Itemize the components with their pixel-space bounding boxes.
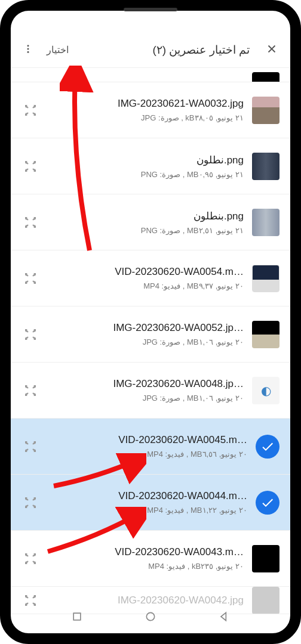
file-meta: ٢٠ يونيو, MB١,٠٦ , صورة: JPG — [48, 338, 244, 346]
file-name: IMG-20230620-WA0042.jpg — [48, 595, 244, 606]
file-meta: ٢١ يونيو, kB٣٨,٠٥ , صورة: JPG — [48, 113, 244, 122]
file-list[interactable]: IMG-20230621-WA0032.jpg٢١ يونيو, kB٣٨,٠٥… — [11, 68, 290, 614]
file-row[interactable]: VID-20230620-WA0054.m…٢٠ يونيو, MB٩,٣٧ ,… — [11, 250, 290, 306]
file-thumbnail[interactable] — [252, 72, 280, 82]
file-row[interactable]: نطلون.png٢١ يونيو, MB٠,٩٥ , صورة: PNG — [11, 138, 290, 194]
expand-icon[interactable] — [22, 215, 39, 230]
expand-icon[interactable] — [22, 383, 39, 398]
file-thumbnail[interactable] — [252, 209, 280, 236]
file-row[interactable]: بنطلون.png٢١ يونيو, MB٢,٥١ , صورة: PNG — [11, 194, 290, 250]
file-thumbnail[interactable] — [252, 321, 280, 348]
file-meta: ٢١ يونيو, MB٢,٥١ , صورة: PNG — [48, 226, 244, 235]
system-navbar — [11, 606, 290, 627]
close-icon[interactable] — [260, 38, 283, 63]
file-info: IMG-20230620-WA0042.jpg — [48, 595, 244, 606]
expand-icon[interactable] — [22, 103, 39, 117]
svg-point-1 — [27, 48, 29, 49]
home-icon[interactable] — [145, 611, 156, 623]
status-bar — [11, 11, 290, 32]
file-info: نطلون.png٢١ يونيو, MB٠,٩٥ , صورة: PNG — [48, 154, 244, 179]
file-info: VID-20230620-WA0043.m…٢٠ يونيو, kB٢٣٥ , … — [48, 546, 244, 571]
expand-icon[interactable] — [22, 593, 39, 608]
file-name: IMG-20230620-WA0052.jp… — [48, 322, 244, 334]
svg-rect-3 — [73, 613, 81, 620]
file-name: بنطلون.png — [48, 210, 244, 222]
check-icon[interactable] — [256, 435, 280, 459]
file-info: VID-20230620-WA0044.m…٢٠ يونيو, MB١,٢٢ ,… — [48, 490, 247, 515]
select-button[interactable]: اختيار — [38, 44, 77, 55]
file-thumbnail[interactable] — [252, 265, 280, 292]
file-name: VID-20230620-WA0043.m… — [48, 546, 244, 558]
file-meta: ٢٠ يونيو, MB٩,٣٧ , فيديو: MP4 — [48, 281, 244, 290]
selection-header: تم اختيار عنصرين (٢) اختيار — [11, 32, 290, 68]
file-thumbnail[interactable] — [252, 153, 280, 180]
svg-point-2 — [27, 51, 29, 52]
file-thumbnail[interactable]: ◐ — [252, 377, 280, 404]
file-name: VID-20230620-WA0044.m… — [48, 490, 247, 502]
file-row[interactable]: ◐IMG-20230620-WA0048.jp…٢٠ يونيو, MB١,٠٦… — [11, 363, 290, 419]
expand-icon[interactable] — [22, 552, 39, 566]
file-meta: ٢٠ يونيو, kB٢٣٥ , فيديو: MP4 — [48, 562, 244, 571]
file-name: نطلون.png — [48, 154, 244, 166]
file-info: VID-20230620-WA0045.m…٢٠ يونيو, MB٦,٥٦ ,… — [48, 434, 247, 459]
file-info: IMG-20230621-WA0032.jpg٢١ يونيو, kB٣٨,٠٥… — [48, 98, 244, 122]
svg-point-4 — [146, 612, 154, 620]
more-icon[interactable] — [18, 39, 38, 61]
file-info: IMG-20230620-WA0048.jp…٢٠ يونيو, MB١,٠٦ … — [48, 378, 244, 402]
expand-icon[interactable] — [22, 159, 39, 174]
back-icon[interactable] — [218, 611, 230, 623]
expand-icon[interactable] — [22, 439, 39, 454]
file-meta: ٢١ يونيو, MB٠,٩٥ , صورة: PNG — [48, 170, 244, 179]
file-thumbnail[interactable] — [252, 545, 280, 572]
check-icon[interactable] — [256, 491, 280, 515]
file-meta: ٢٠ يونيو, MB٦,٥٦ , فيديو: MP4 — [48, 450, 247, 459]
file-row[interactable]: VID-20230620-WA0043.m…٢٠ يونيو, kB٢٣٥ , … — [11, 531, 290, 587]
svg-point-0 — [27, 45, 29, 47]
recent-icon[interactable] — [71, 611, 83, 623]
file-name: IMG-20230620-WA0048.jp… — [48, 378, 244, 390]
file-info: IMG-20230620-WA0052.jp…٢٠ يونيو, MB١,٠٦ … — [48, 322, 244, 346]
file-name: IMG-20230621-WA0032.jpg — [48, 98, 244, 110]
expand-icon[interactable] — [22, 496, 39, 510]
file-meta: ٢٠ يونيو, MB١,٢٢ , فيديو: MP4 — [48, 506, 247, 515]
file-row[interactable]: VID-20230620-WA0044.m…٢٠ يونيو, MB١,٢٢ ,… — [11, 475, 290, 531]
file-name: VID-20230620-WA0054.m… — [48, 266, 244, 278]
file-thumbnail[interactable] — [252, 97, 280, 124]
file-meta: ٢٠ يونيو, MB١,٠٦ , صورة: JPG — [48, 394, 244, 402]
file-name: VID-20230620-WA0045.m… — [48, 434, 247, 446]
expand-icon[interactable] — [22, 327, 39, 342]
file-info: بنطلون.png٢١ يونيو, MB٢,٥١ , صورة: PNG — [48, 210, 244, 235]
expand-icon[interactable] — [22, 271, 39, 286]
file-row[interactable]: IMG-20230621-WA0032.jpg٢١ يونيو, kB٣٨,٠٥… — [11, 82, 290, 138]
file-row[interactable]: VID-20230620-WA0045.m…٢٠ يونيو, MB٦,٥٦ ,… — [11, 419, 290, 475]
file-info: VID-20230620-WA0054.m…٢٠ يونيو, MB٩,٣٧ ,… — [48, 266, 244, 290]
selection-title: تم اختيار عنصرين (٢) — [77, 43, 260, 57]
file-row[interactable]: IMG-20230620-WA0052.jp…٢٠ يونيو, MB١,٠٦ … — [11, 306, 290, 363]
file-row[interactable] — [11, 68, 290, 82]
